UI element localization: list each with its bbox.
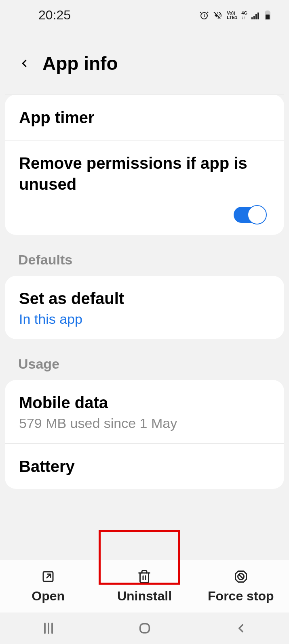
force-stop-button[interactable]: Force stop — [193, 560, 289, 613]
page-title: App info — [42, 52, 118, 74]
status-time: 20:25 — [38, 8, 71, 23]
system-nav-bar — [0, 613, 289, 644]
usage-card: Mobile data 579 MB used since 1 May Batt… — [5, 380, 284, 489]
svg-rect-1 — [251, 17, 253, 19]
uninstall-button[interactable]: Uninstall — [96, 560, 192, 613]
signal-icon — [251, 11, 260, 19]
volte-indicator: Vo)) LTE1 — [227, 11, 237, 20]
mobile-data-label: Mobile data — [19, 392, 270, 413]
back-icon[interactable] — [18, 57, 30, 69]
svg-rect-4 — [257, 13, 259, 19]
recents-nav-icon[interactable] — [41, 621, 56, 636]
set-as-default-item[interactable]: Set as default In this app — [5, 276, 284, 339]
vibrate-icon — [213, 10, 223, 20]
open-label: Open — [32, 589, 65, 604]
mobile-data-item[interactable]: Mobile data 579 MB used since 1 May — [5, 380, 284, 444]
toggle-knob — [247, 205, 267, 224]
app-timer-label: App timer — [19, 107, 270, 128]
app-timer-item[interactable]: App timer — [5, 94, 284, 141]
defaults-section-header: Defaults — [0, 235, 289, 276]
svg-rect-2 — [253, 16, 255, 19]
uninstall-label: Uninstall — [117, 589, 172, 604]
battery-item[interactable]: Battery — [5, 444, 284, 489]
network-indicator: 4G ↓↑ — [241, 11, 247, 20]
open-icon — [41, 569, 55, 584]
remove-permissions-item[interactable]: Remove permissions if app is unused — [5, 141, 284, 235]
battery-icon — [264, 10, 271, 20]
bottom-action-bar: Open Uninstall Force stop — [0, 560, 289, 613]
alarm-icon — [199, 10, 209, 20]
remove-permissions-toggle[interactable] — [234, 207, 266, 223]
svg-rect-7 — [266, 15, 270, 19]
remove-permissions-label: Remove permissions if app is unused — [19, 153, 270, 195]
force-stop-label: Force stop — [208, 589, 274, 604]
set-as-default-subtitle: In this app — [19, 311, 270, 327]
set-as-default-label: Set as default — [19, 288, 270, 309]
svg-rect-3 — [255, 14, 257, 19]
battery-label: Battery — [19, 456, 270, 477]
settings-card-1: App timer Remove permissions if app is u… — [5, 94, 284, 235]
defaults-card: Set as default In this app — [5, 276, 284, 339]
header: App info — [0, 28, 289, 94]
mobile-data-subtitle: 579 MB used since 1 May — [19, 415, 270, 431]
status-bar: 20:25 Vo)) LTE1 4G ↓↑ — [0, 0, 289, 28]
open-button[interactable]: Open — [0, 560, 96, 613]
svg-rect-17 — [140, 624, 150, 633]
prohibited-icon — [234, 569, 248, 584]
back-nav-icon[interactable] — [234, 621, 248, 635]
home-nav-icon[interactable] — [138, 621, 152, 635]
status-icons: Vo)) LTE1 4G ↓↑ — [199, 10, 271, 20]
usage-section-header: Usage — [0, 339, 289, 380]
trash-icon — [137, 569, 152, 584]
svg-line-13 — [239, 574, 243, 579]
